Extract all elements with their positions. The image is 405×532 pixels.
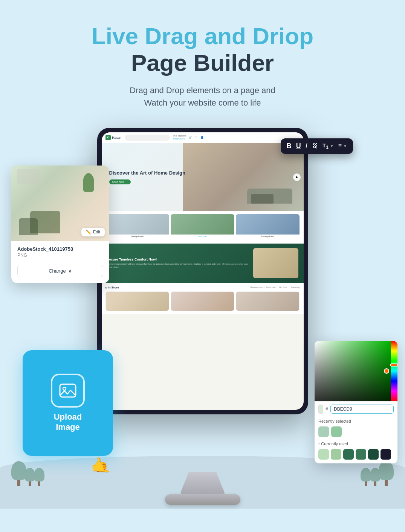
recent-swatch-2[interactable] bbox=[331, 426, 342, 437]
text-format-toolbar: B U I ⛓ T1 ▼ ≡ ▼ bbox=[281, 138, 353, 154]
category-living-room[interactable]: Living Room bbox=[105, 214, 169, 241]
current-swatch-3[interactable] bbox=[343, 449, 354, 460]
tablet-stand bbox=[165, 472, 240, 505]
image-upload-icon bbox=[58, 381, 77, 400]
currently-used-toggle[interactable]: › Currently used bbox=[315, 440, 397, 448]
upload-icon-circle bbox=[51, 374, 85, 408]
change-label: Change bbox=[49, 268, 66, 274]
site-products: s in Store New Arrivals · Featured · On … bbox=[102, 283, 304, 314]
tree-3 bbox=[34, 468, 44, 486]
filter-featured[interactable]: Featured bbox=[266, 286, 275, 288]
image-preview: ✏️ Edit bbox=[11, 166, 109, 241]
product-card-1[interactable] bbox=[105, 291, 169, 311]
plant-element bbox=[83, 173, 94, 192]
wishlist-icon: ♡ bbox=[195, 136, 197, 139]
category-label-3: Dining Room bbox=[236, 235, 300, 238]
filter-trending[interactable]: Trending bbox=[291, 286, 300, 288]
chevron-down-icon: ▼ bbox=[330, 144, 334, 148]
upload-label: Upload Image bbox=[54, 412, 82, 432]
current-swatch-1[interactable] bbox=[318, 449, 329, 460]
hero-subtitle: Drag and Drop elements on a page and Wat… bbox=[30, 84, 375, 109]
filter-sale[interactable]: On Sale bbox=[279, 286, 287, 288]
hue-handle[interactable] bbox=[390, 363, 397, 366]
category-img-2 bbox=[171, 214, 234, 235]
category-bedroom[interactable]: Bedroom bbox=[171, 214, 234, 241]
italic-button[interactable]: I bbox=[306, 142, 307, 150]
color-handle[interactable] bbox=[384, 368, 389, 374]
color-gradient-picker[interactable] bbox=[315, 341, 397, 401]
tree-1 bbox=[11, 461, 26, 486]
hash-symbol: # bbox=[326, 406, 328, 412]
showcase-area: K Katan 24/7 Supportalways here 🛒 ♡ 👤 Di… bbox=[0, 128, 405, 509]
current-swatch-4[interactable] bbox=[356, 449, 366, 460]
support-text: 24/7 Supportalways here bbox=[173, 135, 186, 140]
promo-desc: Unwavering comfort with our elegant furn… bbox=[107, 262, 249, 269]
product-img-1 bbox=[106, 292, 169, 311]
products-title: s in Store bbox=[105, 286, 119, 289]
color-picker-panel: # Recently selected › Currently used bbox=[315, 341, 397, 463]
products-header: s in Store New Arrivals · Featured · On … bbox=[105, 286, 300, 289]
edit-label: Edit bbox=[93, 230, 100, 234]
list-button[interactable]: ≡ ▼ bbox=[338, 143, 347, 149]
edit-image-button[interactable]: ✏️ Edit bbox=[81, 228, 105, 236]
picture-frame bbox=[17, 169, 40, 184]
chair-silhouette bbox=[19, 218, 38, 235]
product-card-2[interactable] bbox=[171, 291, 234, 311]
tree-2 bbox=[24, 468, 35, 486]
product-img-2 bbox=[171, 292, 234, 311]
list-icon: ≡ bbox=[338, 143, 342, 149]
tree-5 bbox=[370, 468, 381, 486]
site-promo-section: Secure Timeless Comfort Now! Unwavering … bbox=[102, 244, 304, 283]
current-swatch-2[interactable] bbox=[331, 449, 341, 460]
category-dining-room[interactable]: Dining Room bbox=[236, 214, 300, 241]
image-filename: AdobeStock_410119753 bbox=[17, 246, 103, 252]
hue-bar[interactable] bbox=[391, 341, 397, 401]
tablet-device: K Katan 24/7 Supportalways here 🛒 ♡ 👤 Di… bbox=[97, 128, 308, 414]
hero-section: Live Drag and Driop Page Builder Drag an… bbox=[0, 0, 405, 120]
site-hero-text: Discover the Art of Home Design Shop Now… bbox=[109, 170, 186, 184]
stand-neck bbox=[180, 472, 225, 494]
site-hero: Discover the Art of Home Design Shop Now… bbox=[102, 143, 304, 211]
bold-button[interactable]: B bbox=[287, 142, 292, 150]
product-card-3[interactable] bbox=[236, 291, 300, 311]
upload-image-panel[interactable]: Upload Image bbox=[23, 350, 113, 456]
change-image-button[interactable]: Change ∨ bbox=[17, 265, 103, 277]
gradient-overlay bbox=[315, 341, 391, 401]
recent-swatch-1[interactable] bbox=[318, 426, 329, 437]
play-button[interactable]: ▶ bbox=[293, 173, 301, 181]
image-filetype: PNG bbox=[17, 253, 103, 258]
cart-icon: 🛒 bbox=[189, 136, 192, 139]
site-logo: K Katan bbox=[105, 135, 122, 140]
site-categories: Living Room Bedroom Dining Room bbox=[102, 211, 304, 244]
tree-6 bbox=[361, 468, 371, 486]
recent-swatches bbox=[315, 425, 397, 440]
hex-color-input[interactable] bbox=[330, 405, 394, 414]
logo-icon: K bbox=[105, 135, 111, 140]
site-hero-title: Discover the Art of Home Design bbox=[109, 170, 186, 176]
chevron-down-icon: ∨ bbox=[68, 268, 72, 274]
products-filters: New Arrivals · Featured · On Sale · Tren… bbox=[250, 286, 300, 288]
chevron-right-icon: › bbox=[318, 442, 319, 446]
promo-title: Secure Timeless Comfort Now! bbox=[107, 258, 249, 261]
stand-base bbox=[165, 494, 240, 505]
underline-button[interactable]: U bbox=[296, 142, 301, 150]
category-label-2: Bedroom bbox=[171, 235, 234, 238]
site-header: K Katan 24/7 Supportalways here 🛒 ♡ 👤 bbox=[102, 132, 304, 143]
text-style-dropdown[interactable]: T1 ▼ bbox=[322, 142, 334, 150]
category-label-1: Living Room bbox=[105, 235, 169, 238]
current-swatch-6[interactable] bbox=[381, 449, 391, 460]
site-hero-cta[interactable]: Shop Now → bbox=[109, 179, 131, 184]
current-swatch-5[interactable] bbox=[368, 449, 379, 460]
hero-title-blue: Live Drag and Driop bbox=[30, 23, 375, 49]
filter-new[interactable]: New Arrivals bbox=[250, 286, 263, 288]
hero-title-dark: Page Builder bbox=[30, 49, 375, 76]
site-search-bar bbox=[125, 135, 170, 141]
table-silhouette bbox=[251, 194, 274, 204]
user-icon: 👤 bbox=[200, 136, 204, 139]
hand-cursor-icon: 🤙 bbox=[89, 454, 112, 476]
site-promo-text: Secure Timeless Comfort Now! Unwavering … bbox=[107, 258, 249, 269]
link-icon[interactable]: ⛓ bbox=[312, 143, 318, 149]
list-chevron-icon: ▼ bbox=[343, 144, 347, 148]
color-preview-swatch bbox=[318, 405, 323, 414]
product-img-3 bbox=[236, 292, 299, 311]
